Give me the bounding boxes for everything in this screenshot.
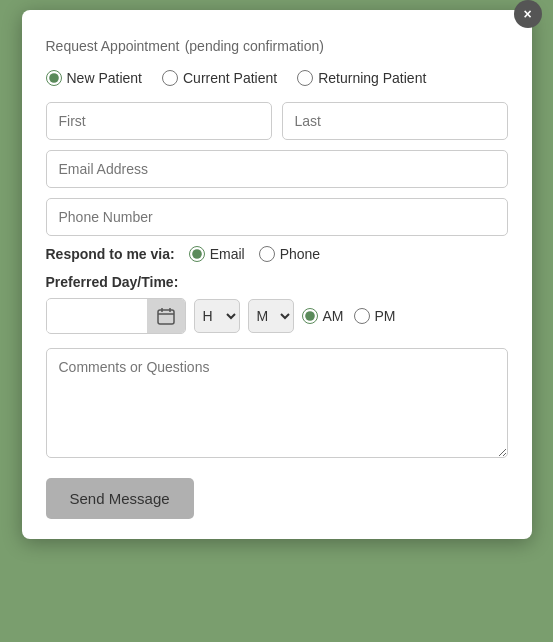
svg-rect-0 xyxy=(158,310,174,324)
datetime-row: H 1234 5678 9101112 M 00153045 AM PM xyxy=(46,298,508,334)
respond-phone[interactable]: Phone xyxy=(259,246,320,262)
minute-select[interactable]: M 00153045 xyxy=(248,299,294,333)
send-button[interactable]: Send Message xyxy=(46,478,194,519)
hour-select[interactable]: H 1234 5678 9101112 xyxy=(194,299,240,333)
name-row xyxy=(46,102,508,140)
patient-type-group: New Patient Current Patient Returning Pa… xyxy=(46,70,508,86)
calendar-button[interactable] xyxy=(147,299,185,333)
respond-phone-label: Phone xyxy=(280,246,320,262)
new-patient-label: New Patient xyxy=(67,70,142,86)
first-name-input[interactable] xyxy=(46,102,272,140)
modal-overlay: × Request Appointment (pending confirmat… xyxy=(0,0,553,642)
ampm-group: AM PM xyxy=(302,308,396,324)
phone-row xyxy=(46,198,508,236)
date-input[interactable] xyxy=(47,300,147,332)
respond-row: Respond to me via: Email Phone xyxy=(46,246,508,262)
email-row xyxy=(46,150,508,188)
patient-type-new[interactable]: New Patient xyxy=(46,70,142,86)
last-name-input[interactable] xyxy=(282,102,508,140)
respond-email[interactable]: Email xyxy=(189,246,245,262)
pm-label: PM xyxy=(375,308,396,324)
close-button[interactable]: × xyxy=(514,0,542,28)
appointment-modal: × Request Appointment (pending confirmat… xyxy=(22,10,532,539)
am-option[interactable]: AM xyxy=(302,308,344,324)
calendar-icon xyxy=(157,307,175,325)
patient-type-returning[interactable]: Returning Patient xyxy=(297,70,426,86)
returning-patient-label: Returning Patient xyxy=(318,70,426,86)
email-input[interactable] xyxy=(46,150,508,188)
preferred-label: Preferred Day/Time: xyxy=(46,274,508,290)
patient-type-current[interactable]: Current Patient xyxy=(162,70,277,86)
comments-wrap xyxy=(46,348,508,462)
current-patient-label: Current Patient xyxy=(183,70,277,86)
am-label: AM xyxy=(323,308,344,324)
modal-subtitle: (pending confirmation) xyxy=(185,38,324,54)
respond-label: Respond to me via: xyxy=(46,246,175,262)
phone-input[interactable] xyxy=(46,198,508,236)
date-input-wrap xyxy=(46,298,186,334)
pm-option[interactable]: PM xyxy=(354,308,396,324)
modal-title: Request Appointment (pending confirmatio… xyxy=(46,34,508,56)
respond-email-label: Email xyxy=(210,246,245,262)
comments-textarea[interactable] xyxy=(46,348,508,458)
